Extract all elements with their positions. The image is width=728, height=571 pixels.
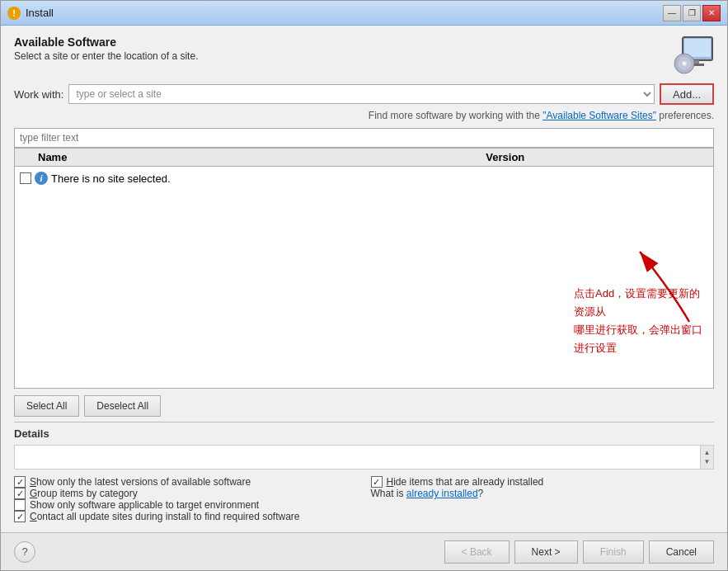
already-installed-link[interactable]: already installed <box>406 488 478 499</box>
details-scrollbar[interactable]: ▲ ▼ <box>700 446 713 469</box>
title-bar-left: ! Install <box>7 7 54 20</box>
find-more-suffix: preferences. <box>659 110 714 121</box>
title-controls: — ❐ ✕ <box>663 5 721 21</box>
help-button[interactable]: ? <box>14 541 35 563</box>
minimize-button[interactable]: — <box>663 5 681 21</box>
table-row: i There is no site selected. <box>20 170 708 186</box>
cb-hide-installed[interactable] <box>371 476 383 488</box>
cb-hide-installed-label: Hide items that are already installed <box>387 476 544 488</box>
cb-target-env-label: Show only software applicable to target … <box>30 499 259 511</box>
cb-group-by-category-label: Group items by category <box>30 488 138 499</box>
install-window: ! Install — ❐ ✕ Available Software Selec… <box>0 0 728 571</box>
find-more-prefix: Find more software by working with the <box>369 110 542 121</box>
deselect-all-button[interactable]: Deselect All <box>84 395 161 417</box>
info-icon: i <box>35 172 48 185</box>
available-software-sites-link[interactable]: "Available Software Sites" <box>542 110 656 121</box>
cb-contact-update-sites-label: Contact all update sites during install … <box>30 511 300 522</box>
content-area: Available Software Select a site or ente… <box>1 26 727 532</box>
bottom-left: ? <box>14 541 35 563</box>
find-more-row: Find more software by working with the "… <box>14 110 714 121</box>
close-button[interactable]: ✕ <box>702 5 721 21</box>
cb-contact-update-sites-row: Contact all update sites during install … <box>14 511 358 522</box>
restore-button[interactable]: ❐ <box>683 5 701 21</box>
th-name: Name <box>38 151 482 163</box>
software-icon <box>671 35 714 75</box>
main-content-wrapper: Name Version i There is no site selected… <box>14 128 714 522</box>
th-version: Version <box>486 151 708 163</box>
left-options: Show only the latest versions of availab… <box>14 476 358 522</box>
next-button[interactable]: Next > <box>514 540 578 564</box>
bottom-bar: ? < Back Next > Finish Cancel <box>1 532 727 570</box>
window-title: Install <box>26 7 54 19</box>
cd-monitor-icon <box>671 35 714 75</box>
header-subtitle: Select a site or enter the location of a… <box>14 50 671 62</box>
details-section: Details ▲ ▼ <box>14 422 714 476</box>
work-with-label: Work with: <box>14 88 63 101</box>
cancel-button[interactable]: Cancel <box>649 540 714 564</box>
filter-input[interactable] <box>14 128 714 148</box>
right-options: Hide items that are already installed Wh… <box>371 476 715 522</box>
back-button[interactable]: < Back <box>444 540 510 564</box>
no-site-label: There is no site selected. <box>51 172 171 185</box>
header-info: Available Software Select a site or ente… <box>14 35 671 62</box>
header-title: Available Software <box>14 35 671 49</box>
what-is-label: What is already installed? <box>371 488 484 499</box>
work-with-row: Work with: type or select a site Add... <box>14 83 714 105</box>
software-table: Name Version i There is no site selected… <box>14 148 714 389</box>
cb-target-env-row: Show only software applicable to target … <box>14 499 358 511</box>
cb-latest-versions-label: Show only the latest versions of availab… <box>30 476 251 488</box>
bottom-right: < Back Next > Finish Cancel <box>444 540 714 564</box>
details-content: ▲ ▼ <box>14 445 714 470</box>
selection-buttons-row: Select All Deselect All <box>14 395 714 417</box>
cb-latest-versions-row: Show only the latest versions of availab… <box>14 476 358 488</box>
details-label: Details <box>14 427 714 440</box>
cb-contact-update-sites[interactable] <box>14 511 26 522</box>
add-button[interactable]: Add... <box>660 83 714 105</box>
filter-row <box>14 128 714 148</box>
cb-target-env[interactable] <box>14 499 26 511</box>
already-installed-suffix: ? <box>478 488 484 499</box>
table-header: Name Version <box>15 149 713 167</box>
finish-button[interactable]: Finish <box>583 540 644 564</box>
svg-point-7 <box>683 63 686 65</box>
cb-latest-versions[interactable] <box>14 476 26 488</box>
table-body: i There is no site selected. <box>15 167 713 388</box>
header-section: Available Software Select a site or ente… <box>14 35 714 75</box>
row-checkbox[interactable] <box>20 172 31 184</box>
what-is-already-installed-row: What is already installed? <box>371 488 715 499</box>
warning-icon: ! <box>7 7 21 20</box>
work-with-select[interactable]: type or select a site <box>68 84 655 104</box>
options-area: Show only the latest versions of availab… <box>14 476 714 522</box>
select-all-button[interactable]: Select All <box>14 395 79 417</box>
cb-group-by-category[interactable] <box>14 488 26 499</box>
cb-group-by-category-row: Group items by category <box>14 488 358 499</box>
cb-hide-installed-row: Hide items that are already installed <box>371 476 715 488</box>
title-bar: ! Install — ❐ ✕ <box>1 1 727 26</box>
th-checkbox <box>20 151 35 163</box>
